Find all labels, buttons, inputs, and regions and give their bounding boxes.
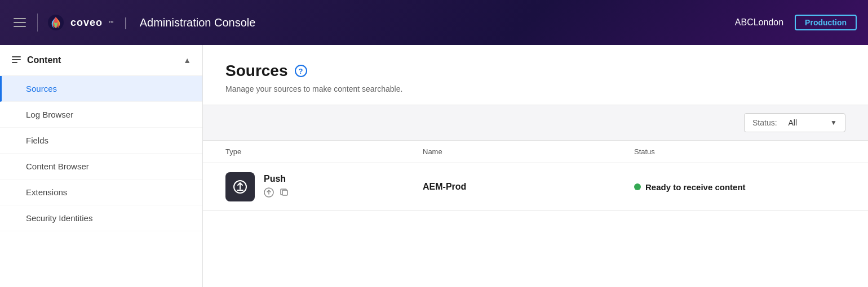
help-icon[interactable]: ? <box>295 65 307 77</box>
status-filter-value: All <box>788 118 826 127</box>
sidebar-section-label: Content <box>27 55 61 65</box>
sidebar-item-sources[interactable]: Sources <box>0 76 202 102</box>
table-header: Type Name Status <box>203 141 868 163</box>
content-section-icon <box>11 55 21 65</box>
sidebar-item-extensions-label: Extensions <box>26 187 67 197</box>
sidebar-item-content-browser[interactable]: Content Browser <box>0 154 202 180</box>
svg-rect-2 <box>12 59 21 60</box>
org-name: ABCLondon <box>735 17 783 28</box>
source-type-cell: Push <box>225 172 423 201</box>
content-body: Status: All ▼ Type Name Status <box>203 105 868 211</box>
header-left: coveo™ | Administration Console <box>11 14 255 32</box>
svg-rect-3 <box>12 62 17 63</box>
logo-area: coveo™ | Administration Console <box>37 14 255 32</box>
col-header-name: Name <box>423 147 634 156</box>
status-dot-green <box>634 183 641 190</box>
sidebar-item-log-browser-label: Log Browser <box>26 110 73 119</box>
page-subtitle: Manage your sources to make content sear… <box>225 84 845 93</box>
col-header-status: Status <box>634 147 845 156</box>
coveo-tm-text: ™ <box>108 20 114 26</box>
sidebar-item-security-identities[interactable]: Security Identities <box>0 205 202 231</box>
sidebar-item-fields[interactable]: Fields <box>0 128 202 154</box>
svg-rect-7 <box>282 190 287 195</box>
hamburger-menu[interactable] <box>11 16 28 29</box>
source-status-text: Ready to receive content <box>645 182 746 192</box>
copy-action-icon[interactable] <box>280 187 290 200</box>
source-name: AEM-Prod <box>423 182 634 192</box>
sidebar-item-content-browser-label: Content Browser <box>26 162 89 171</box>
source-actions <box>264 187 290 200</box>
source-type-info: Push <box>264 174 290 200</box>
app-title: Administration Console <box>140 16 256 29</box>
content-area: Sources ? Manage your sources to make co… <box>203 45 868 287</box>
app-header: coveo™ | Administration Console ABCLondo… <box>0 0 868 45</box>
page-header: Sources ? Manage your sources to make co… <box>203 45 868 105</box>
main-layout: Content ▲ Sources Log Browser Fields Con… <box>0 45 868 287</box>
filter-bar: Status: All ▼ <box>203 105 868 141</box>
sidebar-item-log-browser[interactable]: Log Browser <box>0 102 202 128</box>
source-type-label: Push <box>264 174 290 184</box>
sidebar-item-security-identities-label: Security Identities <box>26 213 92 223</box>
header-right: ABCLondon Production <box>735 15 857 30</box>
page-title-row: Sources ? <box>225 62 845 80</box>
page-title: Sources <box>225 62 288 80</box>
sidebar-section-content[interactable]: Content ▲ <box>0 45 202 76</box>
sidebar-item-fields-label: Fields <box>26 136 48 145</box>
table-row: Push <box>203 163 868 211</box>
sidebar-item-sources-label: Sources <box>26 84 57 93</box>
sidebar-item-extensions[interactable]: Extensions <box>0 180 202 205</box>
push-source-icon <box>232 179 248 195</box>
dropdown-arrow-icon: ▼ <box>830 119 837 127</box>
coveo-logo-icon <box>47 14 65 32</box>
status-filter-label: Status: <box>752 118 777 127</box>
svg-rect-5 <box>237 190 243 191</box>
status-filter-dropdown[interactable]: Status: All ▼ <box>744 113 845 132</box>
source-icon-box <box>225 172 255 201</box>
coveo-brand-text: coveo <box>70 17 103 29</box>
sidebar: Content ▲ Sources Log Browser Fields Con… <box>0 45 203 287</box>
source-status: Ready to receive content <box>634 182 845 192</box>
sidebar-section-title: Content <box>11 55 61 65</box>
col-header-type: Type <box>225 147 423 156</box>
sidebar-collapse-icon: ▲ <box>183 56 191 65</box>
env-badge[interactable]: Production <box>795 15 857 30</box>
svg-rect-1 <box>12 56 21 57</box>
upload-action-icon[interactable] <box>264 187 274 200</box>
